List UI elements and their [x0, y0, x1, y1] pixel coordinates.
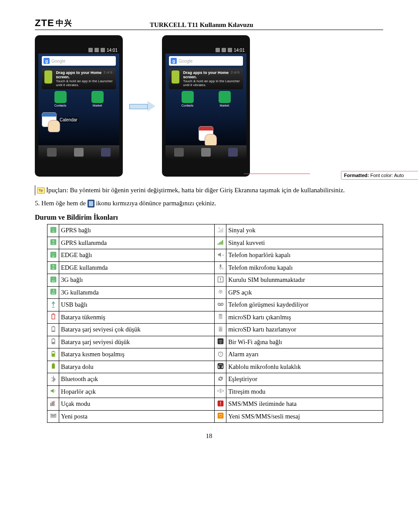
icon-desc-right: Sinyal kuvveti [226, 237, 383, 249]
logo-text: ZTE [35, 17, 54, 29]
step5-suffix: ikonu kırmızıya dönünce parmağınızı çeki… [96, 200, 216, 207]
svg-rect-52 [52, 351, 54, 351]
logo-sub: 中兴 [56, 18, 72, 28]
hand-cursor-icon [205, 134, 217, 146]
trash-icon [88, 200, 94, 207]
mail-icon [49, 412, 57, 420]
svg-text:⇅: ⇅ [52, 264, 54, 267]
icon-desc-right: microSD kartı hazırlanıyor [226, 324, 383, 336]
bluetooth-icon [49, 375, 57, 382]
usb-icon [49, 300, 57, 308]
signal-full-icon [216, 238, 224, 246]
dock-phone-icon[interactable] [47, 148, 57, 157]
speaker-off-icon: × [216, 251, 224, 258]
icon-desc-right: Kablolu mikrofonlu kulaklık [226, 361, 383, 373]
svg-rect-37 [52, 314, 55, 319]
comment-label: Formatted: [344, 173, 369, 178]
android-icon [44, 70, 52, 84]
comment-text: Font color: Auto [371, 173, 404, 178]
svg-rect-55 [52, 364, 55, 368]
status-bar: 14:01 [165, 47, 246, 54]
tip-card: Drag apps to your Home screen. Touch & h… [42, 68, 116, 89]
app-contacts[interactable]: Contacts [54, 91, 67, 107]
svg-rect-4 [219, 230, 220, 232]
format-comment: Formatted: Font color: Auto [341, 171, 418, 180]
svg-rect-43 [52, 326, 54, 327]
dock-phone-icon[interactable] [174, 148, 184, 157]
dock-trash-icon[interactable] [228, 148, 238, 157]
headset-icon [216, 362, 224, 370]
edge-both-icon: ⇅E [49, 263, 57, 271]
voicemail-icon [216, 300, 224, 308]
svg-text:3G: 3G [52, 280, 55, 282]
section-heading: Durum ve Bildirim İkonları [35, 214, 383, 221]
dock-apps-icon[interactable] [74, 148, 84, 157]
dock-apps-icon[interactable] [201, 148, 211, 157]
arrow-right-icon [129, 101, 155, 111]
step5-prefix: 5. Hem öğe hem de [35, 200, 88, 207]
svg-text:↑↓: ↑↓ [52, 227, 54, 230]
page-title: TURKCELL T11 Kullanım Kılavuzu [72, 21, 331, 29]
tip-card: Drag apps to your Home screen. Touch & h… [169, 68, 243, 89]
icon-desc-right: Sinyal yok [226, 224, 383, 237]
document-header: ZTE中兴 TURKCELL T11 Kullanım Kılavuzu [35, 17, 383, 30]
svg-rect-60 [219, 388, 222, 393]
google-search-bar[interactable]: gGoogle [169, 56, 243, 66]
table-row: Batarya tükenmişmicroSD kartı çıkarılmış [47, 311, 383, 324]
status-time: 14:01 [107, 48, 118, 53]
svg-text:×: × [218, 226, 220, 230]
svg-rect-22 [220, 264, 221, 268]
table-row: Batarya şarj seviyesi düşükBir Wi-Fi ağı… [47, 336, 383, 348]
app-shelf: Contacts Market [169, 91, 243, 107]
icon-desc-left: Batarya dolu [59, 361, 215, 373]
tip-text: İpuçları: Bu yöntemi bir öğenin yerini d… [46, 187, 345, 194]
dock-trash-icon[interactable] [101, 148, 111, 157]
icon-desc-left: USB bağlı [59, 299, 215, 311]
sms-error-icon: ! [216, 399, 224, 407]
svg-point-69 [221, 415, 222, 415]
hand-cursor-icon [48, 120, 60, 132]
app-market[interactable]: Market [218, 91, 231, 107]
app-shelf: Contacts Market [42, 91, 116, 107]
svg-text:×: × [222, 267, 224, 270]
icon-desc-right: Telefon hoparlörü kapalı [226, 249, 383, 262]
icon-desc-left: Batarya kısmen boşalmış [59, 348, 215, 361]
batt-partial-icon [49, 350, 57, 358]
svg-rect-12 [219, 242, 220, 244]
batt-vlow-icon [49, 325, 57, 333]
icon-desc-right: Bir Wi-Fi ağına bağlı [226, 336, 383, 348]
app-contacts[interactable]: Contacts [181, 91, 194, 107]
table-row: ⇅3G3G kullanımdaGPS açık [47, 286, 383, 299]
svg-text:↑↓: ↑↓ [52, 252, 54, 254]
vibrate-icon [216, 387, 224, 395]
icon-desc-left: Batarya şarj seviyesi çok düşük [59, 324, 215, 336]
calendar-label: Calendar [58, 117, 79, 123]
google-search-bar[interactable]: gGoogle [42, 56, 116, 66]
wifi-icon [216, 338, 224, 345]
svg-rect-58 [218, 366, 219, 368]
batt-low-icon [49, 338, 57, 345]
svg-rect-57 [217, 363, 223, 369]
tip-icon [37, 187, 45, 194]
svg-rect-40 [220, 314, 221, 315]
gprs-both-icon: ⇅G [49, 238, 57, 246]
phone-mockup-right: 14:01 gGoogle Drag apps to your Home scr… [162, 35, 250, 177]
svg-point-68 [219, 415, 220, 415]
svg-rect-53 [52, 353, 54, 356]
3g-up-icon: ↑↓3G [49, 275, 57, 283]
edge-up-icon: ↑↓E [49, 251, 57, 258]
search-placeholder: Google [51, 59, 65, 64]
table-row: Yeni postaYeni SMS/MMS/sesli mesaj [47, 410, 383, 423]
signal-none-icon: × [216, 226, 224, 234]
svg-text:⇅: ⇅ [52, 240, 54, 242]
svg-text:↑↓: ↑↓ [52, 277, 54, 279]
icon-desc-left: 3G kullanımda [59, 286, 215, 299]
alarm-icon [216, 350, 224, 358]
table-row: Batarya kısmen boşalmışAlarm ayarı [47, 348, 383, 361]
sd-prep-icon [216, 325, 224, 333]
android-icon [172, 70, 179, 84]
phone-mockup-left: 14:01 gGoogle Drag apps to your Home scr… [35, 35, 123, 177]
app-market[interactable]: Market [91, 91, 104, 107]
svg-rect-39 [219, 314, 220, 315]
svg-point-33 [220, 291, 221, 292]
